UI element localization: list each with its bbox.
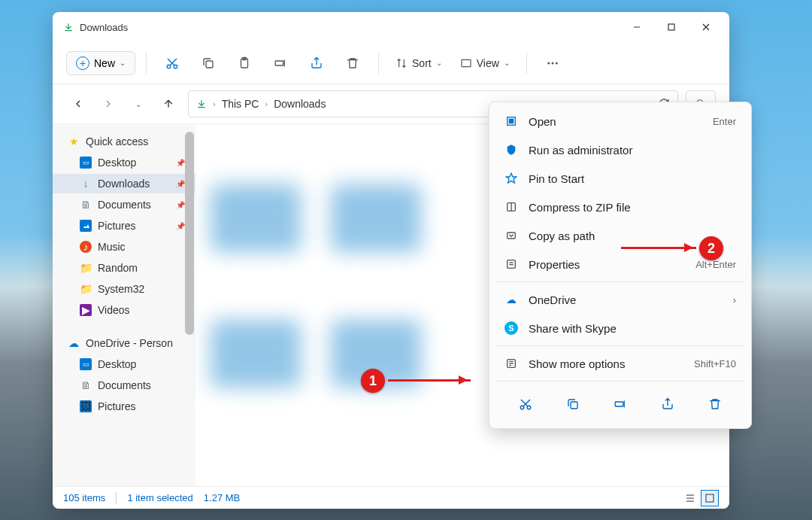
context-menu-label: Pin to Start [529,172,736,185]
desktop-icon: ▭ [80,157,92,169]
sidebar-item-pictures[interactable]: Pictures📌 [53,216,195,236]
svg-rect-38 [615,402,623,406]
desktop-icon: ▭ [80,358,92,370]
back-button[interactable] [66,92,90,116]
context-menu-open[interactable]: Open Enter [489,107,751,135]
context-menu-compress[interactable]: Compress to ZIP file [489,193,751,221]
sidebar-item-documents[interactable]: 🗎Documents📌 [53,195,195,214]
context-menu-label: Share with Skype [529,322,736,335]
more-options-icon [504,357,518,370]
chevron-right-icon: › [733,294,736,306]
context-menu-skype[interactable]: S Share with Skype [489,314,751,342]
pictures-icon [80,220,92,232]
svg-rect-13 [462,59,471,66]
context-menu-shortcut: Enter [713,116,736,127]
file-thumbnail[interactable] [331,184,421,252]
context-menu-label: Properties [529,258,685,271]
music-icon: ♪ [80,241,92,253]
cut-button[interactable] [157,50,187,77]
context-menu-shortcut: Alt+Enter [695,259,736,270]
sort-button[interactable]: Sort ⌄ [389,53,448,74]
annotation-badge-1: 1 [361,369,385,393]
view-button[interactable]: View ⌄ [454,53,516,74]
copy-path-icon [504,229,518,242]
sidebar-item-system32[interactable]: 📁System32 [53,279,195,299]
sidebar: ★Quick access ▭Desktop📌 ↓Downloads📌 🗎Doc… [53,124,195,486]
skype-icon: S [504,321,518,335]
open-icon [504,114,518,128]
sidebar-item-od-desktop[interactable]: ▭Desktop [53,354,195,374]
breadcrumb-seg[interactable]: This PC [222,98,259,110]
details-view-button[interactable] [681,490,699,506]
context-menu-separator [497,381,744,382]
annotation-arrow-2 [621,247,696,249]
file-thumbnail[interactable] [211,184,301,252]
context-menu-label: OneDrive [529,293,723,306]
minimize-button[interactable] [620,15,654,39]
titlebar: Downloads [53,12,729,42]
share-button[interactable] [301,50,332,77]
context-menu-more-options[interactable]: Show more options Shift+F10 [489,349,751,378]
sort-label: Sort [412,57,432,69]
copy-button[interactable] [193,50,223,77]
sidebar-item-downloads[interactable]: ↓Downloads📌 [53,174,195,193]
pictures-icon: 🖼 [80,400,92,412]
forward-button[interactable] [96,92,120,116]
new-button[interactable]: + New ⌄ [66,51,135,75]
sidebar-quick-access[interactable]: ★Quick access [53,132,195,151]
sidebar-onedrive[interactable]: ☁OneDrive - Person [53,333,195,353]
close-button[interactable] [689,15,723,39]
svg-rect-25 [509,119,513,123]
window-icon [63,22,74,32]
sidebar-item-od-pictures[interactable]: 🖼Pictures [53,397,195,416]
delete-button[interactable] [703,392,727,416]
star-icon: ★ [68,135,80,147]
sidebar-item-music[interactable]: ♪Music [53,237,195,257]
breadcrumb-seg[interactable]: Downloads [274,98,326,110]
up-button[interactable] [156,92,180,116]
sidebar-item-videos[interactable]: ▶Videos [53,300,195,320]
document-icon: 🗎 [80,379,92,391]
rename-button[interactable] [608,392,632,416]
new-button-label: New [94,57,115,69]
maximize-button[interactable] [654,15,689,39]
pin-icon: 📌 [176,180,185,188]
sidebar-item-random[interactable]: 📁Random [53,258,195,278]
separator [526,53,527,74]
sort-icon [395,57,408,69]
svg-rect-23 [706,494,714,502]
folder-icon: 📁 [80,283,92,295]
sidebar-label: Downloads [98,178,150,190]
sidebar-item-od-documents[interactable]: 🗎Documents [53,376,195,395]
context-menu: Open Enter Run as administrator Pin to S… [489,102,752,429]
download-icon [196,99,207,109]
recent-button[interactable]: ⌄ [126,92,150,116]
cut-button[interactable] [514,392,538,416]
plus-icon: + [76,56,89,70]
paste-button[interactable] [229,50,259,77]
statusbar: 105 items 1 item selected 1.27 MB [53,486,729,509]
file-thumbnail[interactable] [211,320,301,388]
sidebar-label: Documents [98,199,151,211]
separator [116,492,117,504]
view-label: View [477,57,499,69]
more-button[interactable] [538,50,568,77]
svg-rect-37 [571,402,577,409]
context-menu-pin-start[interactable]: Pin to Start [489,164,751,193]
svg-point-14 [547,62,550,64]
copy-button[interactable] [561,392,585,416]
share-button[interactable] [656,392,680,416]
scrollbar-thumb[interactable] [185,132,194,335]
context-menu-onedrive[interactable]: ☁ OneDrive › [489,285,751,314]
folder-icon: 📁 [80,262,92,274]
sidebar-label: System32 [98,283,144,295]
delete-button[interactable] [338,50,368,77]
chevron-down-icon: ⌄ [504,59,510,67]
sidebar-item-desktop[interactable]: ▭Desktop📌 [53,153,195,172]
context-menu-run-admin[interactable]: Run as administrator [489,135,751,164]
rename-button[interactable] [265,50,295,77]
sidebar-label: Videos [98,304,130,316]
sidebar-label: OneDrive - Person [86,337,173,349]
context-menu-icon-row [489,385,751,424]
thumbnail-view-button[interactable] [701,490,719,506]
